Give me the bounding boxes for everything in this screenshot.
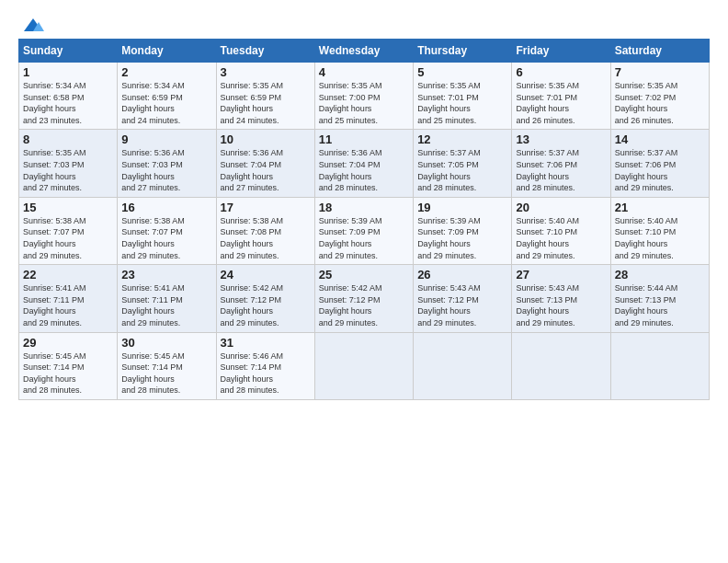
header-row: SundayMondayTuesdayWednesdayThursdayFrid… bbox=[19, 40, 710, 63]
day-cell: 19 Sunrise: 5:39 AMSunset: 7:09 PMDaylig… bbox=[414, 197, 512, 264]
day-cell: 5 Sunrise: 5:35 AMSunset: 7:01 PMDayligh… bbox=[414, 63, 512, 130]
day-number: 29 bbox=[23, 336, 113, 350]
week-row-4: 22 Sunrise: 5:41 AMSunset: 7:11 PMDaylig… bbox=[19, 265, 710, 332]
day-cell bbox=[610, 332, 709, 399]
day-number: 20 bbox=[516, 201, 606, 214]
day-info: Sunrise: 5:46 AMSunset: 7:14 PMDaylight … bbox=[221, 351, 284, 396]
day-cell: 9 Sunrise: 5:36 AMSunset: 7:03 PMDayligh… bbox=[118, 130, 216, 197]
day-number: 4 bbox=[319, 65, 409, 79]
day-cell: 18 Sunrise: 5:39 AMSunset: 7:09 PMDaylig… bbox=[314, 197, 413, 264]
day-cell: 30 Sunrise: 5:45 AMSunset: 7:14 PMDaylig… bbox=[118, 332, 216, 399]
day-number: 24 bbox=[221, 268, 311, 282]
day-info: Sunrise: 5:35 AMSunset: 6:59 PMDaylight … bbox=[221, 81, 284, 125]
header-cell-monday: Monday bbox=[118, 40, 216, 63]
day-cell: 6 Sunrise: 5:35 AMSunset: 7:01 PMDayligh… bbox=[512, 63, 610, 130]
header-cell-sunday: Sunday bbox=[19, 40, 118, 63]
day-cell: 31 Sunrise: 5:46 AMSunset: 7:14 PMDaylig… bbox=[216, 332, 314, 399]
day-number: 9 bbox=[121, 132, 211, 146]
day-number: 22 bbox=[23, 268, 113, 282]
day-info: Sunrise: 5:42 AMSunset: 7:12 PMDaylight … bbox=[221, 283, 284, 327]
day-cell: 27 Sunrise: 5:43 AMSunset: 7:13 PMDaylig… bbox=[512, 265, 610, 332]
day-info: Sunrise: 5:37 AMSunset: 7:05 PMDaylight … bbox=[417, 148, 481, 192]
day-info: Sunrise: 5:34 AMSunset: 6:59 PMDaylight … bbox=[121, 81, 185, 125]
day-info: Sunrise: 5:39 AMSunset: 7:09 PMDaylight … bbox=[319, 216, 382, 260]
header-cell-thursday: Thursday bbox=[414, 40, 512, 63]
day-info: Sunrise: 5:41 AMSunset: 7:11 PMDaylight … bbox=[23, 283, 86, 327]
day-cell: 10 Sunrise: 5:36 AMSunset: 7:04 PMDaylig… bbox=[216, 130, 314, 197]
day-number: 14 bbox=[615, 132, 705, 146]
day-number: 17 bbox=[221, 201, 311, 214]
day-info: Sunrise: 5:37 AMSunset: 7:06 PMDaylight … bbox=[516, 148, 579, 192]
calendar-table: SundayMondayTuesdayWednesdayThursdayFrid… bbox=[18, 39, 710, 400]
day-number: 15 bbox=[23, 201, 113, 214]
day-cell: 4 Sunrise: 5:35 AMSunset: 7:00 PMDayligh… bbox=[314, 63, 413, 130]
day-info: Sunrise: 5:37 AMSunset: 7:06 PMDaylight … bbox=[615, 148, 678, 192]
day-info: Sunrise: 5:43 AMSunset: 7:12 PMDaylight … bbox=[417, 283, 481, 327]
day-info: Sunrise: 5:36 AMSunset: 7:04 PMDaylight … bbox=[319, 148, 382, 192]
day-info: Sunrise: 5:40 AMSunset: 7:10 PMDaylight … bbox=[516, 216, 579, 260]
day-info: Sunrise: 5:45 AMSunset: 7:14 PMDaylight … bbox=[23, 351, 86, 396]
day-cell: 2 Sunrise: 5:34 AMSunset: 6:59 PMDayligh… bbox=[118, 63, 216, 130]
header-cell-tuesday: Tuesday bbox=[216, 40, 314, 63]
week-row-2: 8 Sunrise: 5:35 AMSunset: 7:03 PMDayligh… bbox=[19, 130, 710, 197]
day-number: 3 bbox=[221, 65, 311, 79]
day-cell: 24 Sunrise: 5:42 AMSunset: 7:12 PMDaylig… bbox=[216, 265, 314, 332]
week-row-1: 1 Sunrise: 5:34 AMSunset: 6:58 PMDayligh… bbox=[19, 63, 710, 130]
day-number: 10 bbox=[221, 132, 311, 146]
day-number: 30 bbox=[121, 336, 211, 350]
week-row-5: 29 Sunrise: 5:45 AMSunset: 7:14 PMDaylig… bbox=[19, 332, 710, 399]
logo-icon bbox=[20, 15, 46, 35]
day-number: 23 bbox=[121, 268, 211, 282]
day-number: 21 bbox=[615, 201, 705, 214]
day-number: 11 bbox=[319, 132, 409, 146]
day-info: Sunrise: 5:35 AMSunset: 7:00 PMDaylight … bbox=[319, 81, 382, 125]
header-cell-friday: Friday bbox=[512, 40, 610, 63]
day-cell: 15 Sunrise: 5:38 AMSunset: 7:07 PMDaylig… bbox=[19, 197, 118, 264]
day-number: 18 bbox=[319, 201, 409, 214]
day-number: 19 bbox=[417, 201, 507, 214]
day-cell: 29 Sunrise: 5:45 AMSunset: 7:14 PMDaylig… bbox=[19, 332, 118, 399]
day-info: Sunrise: 5:38 AMSunset: 7:08 PMDaylight … bbox=[221, 216, 284, 260]
day-info: Sunrise: 5:43 AMSunset: 7:13 PMDaylight … bbox=[516, 283, 579, 327]
day-cell: 22 Sunrise: 5:41 AMSunset: 7:11 PMDaylig… bbox=[19, 265, 118, 332]
day-info: Sunrise: 5:36 AMSunset: 7:03 PMDaylight … bbox=[121, 148, 185, 192]
day-cell: 13 Sunrise: 5:37 AMSunset: 7:06 PMDaylig… bbox=[512, 130, 610, 197]
day-cell: 1 Sunrise: 5:34 AMSunset: 6:58 PMDayligh… bbox=[19, 63, 118, 130]
day-number: 25 bbox=[319, 268, 409, 282]
day-cell: 17 Sunrise: 5:38 AMSunset: 7:08 PMDaylig… bbox=[216, 197, 314, 264]
day-number: 27 bbox=[516, 268, 606, 282]
day-cell bbox=[414, 332, 512, 399]
header bbox=[18, 15, 710, 31]
day-cell: 26 Sunrise: 5:43 AMSunset: 7:12 PMDaylig… bbox=[414, 265, 512, 332]
day-number: 7 bbox=[615, 65, 705, 79]
day-info: Sunrise: 5:35 AMSunset: 7:03 PMDaylight … bbox=[23, 148, 86, 192]
day-number: 6 bbox=[516, 65, 606, 79]
day-number: 28 bbox=[615, 268, 705, 282]
day-cell bbox=[512, 332, 610, 399]
day-cell: 3 Sunrise: 5:35 AMSunset: 6:59 PMDayligh… bbox=[216, 63, 314, 130]
header-cell-wednesday: Wednesday bbox=[314, 40, 413, 63]
day-cell: 12 Sunrise: 5:37 AMSunset: 7:05 PMDaylig… bbox=[414, 130, 512, 197]
day-info: Sunrise: 5:44 AMSunset: 7:13 PMDaylight … bbox=[615, 283, 678, 327]
page: SundayMondayTuesdayWednesdayThursdayFrid… bbox=[0, 0, 728, 563]
day-cell: 11 Sunrise: 5:36 AMSunset: 7:04 PMDaylig… bbox=[314, 130, 413, 197]
day-cell: 23 Sunrise: 5:41 AMSunset: 7:11 PMDaylig… bbox=[118, 265, 216, 332]
day-info: Sunrise: 5:35 AMSunset: 7:01 PMDaylight … bbox=[516, 81, 579, 125]
day-cell: 20 Sunrise: 5:40 AMSunset: 7:10 PMDaylig… bbox=[512, 197, 610, 264]
day-info: Sunrise: 5:38 AMSunset: 7:07 PMDaylight … bbox=[121, 216, 185, 260]
day-number: 5 bbox=[417, 65, 507, 79]
logo bbox=[18, 15, 46, 31]
day-number: 16 bbox=[121, 201, 211, 214]
day-number: 13 bbox=[516, 132, 606, 146]
day-number: 2 bbox=[121, 65, 211, 79]
day-cell bbox=[314, 332, 413, 399]
day-info: Sunrise: 5:38 AMSunset: 7:07 PMDaylight … bbox=[23, 216, 86, 260]
day-info: Sunrise: 5:45 AMSunset: 7:14 PMDaylight … bbox=[121, 351, 185, 396]
day-cell: 25 Sunrise: 5:42 AMSunset: 7:12 PMDaylig… bbox=[314, 265, 413, 332]
day-number: 1 bbox=[23, 65, 113, 79]
day-cell: 28 Sunrise: 5:44 AMSunset: 7:13 PMDaylig… bbox=[610, 265, 709, 332]
day-info: Sunrise: 5:41 AMSunset: 7:11 PMDaylight … bbox=[121, 283, 185, 327]
day-cell: 14 Sunrise: 5:37 AMSunset: 7:06 PMDaylig… bbox=[610, 130, 709, 197]
day-info: Sunrise: 5:40 AMSunset: 7:10 PMDaylight … bbox=[615, 216, 678, 260]
day-number: 8 bbox=[23, 132, 113, 146]
